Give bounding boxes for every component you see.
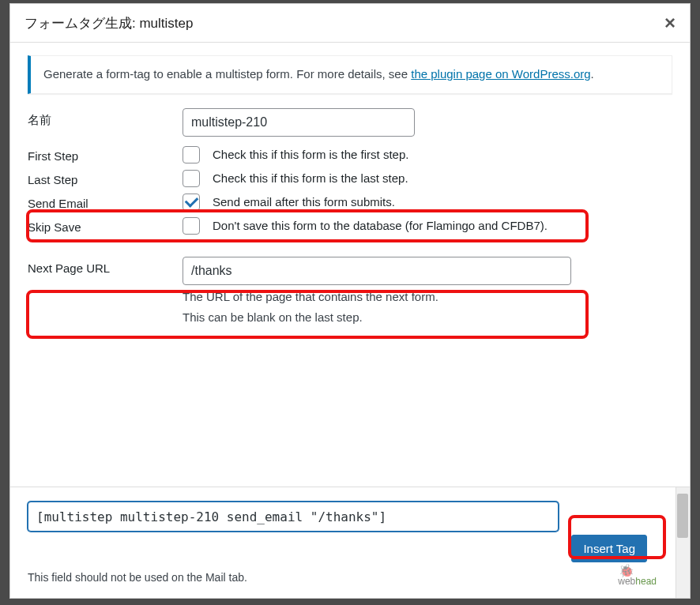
row-last-step: Last Step Check this if this form is the… (28, 168, 672, 187)
label-name: 名前 (28, 108, 183, 128)
label-skip-save: Skip Save (28, 216, 183, 234)
send-email-checkbox[interactable] (183, 194, 200, 211)
row-next-url: Next Page URL The URL of the page that c… (28, 257, 672, 327)
scrollbar-thumb[interactable] (677, 494, 688, 538)
logo-part2: head (635, 576, 657, 587)
skip-save-desc: Don't save this form to the database (fo… (213, 219, 548, 232)
generated-tag-input[interactable] (28, 502, 559, 532)
modal-footer: Insert Tag This field should not be used… (10, 487, 690, 598)
last-step-checkbox[interactable] (183, 170, 200, 187)
webhead-logo: webhead (618, 576, 657, 587)
row-skip-save: Skip Save Don't save this form to the da… (28, 216, 672, 235)
row-send-email: Send Email Send email after this form su… (28, 192, 672, 211)
logo-part1: web (618, 576, 635, 587)
label-send-email: Send Email (28, 192, 183, 210)
modal-body: Generate a form-tag to enable a multiste… (10, 43, 690, 343)
next-url-help2: This can be blank on the last step. (183, 309, 672, 327)
send-email-desc: Send email after this form submits. (213, 195, 395, 209)
info-prefix: Generate a form-tag to enable a multiste… (43, 67, 411, 81)
label-last-step: Last Step (28, 168, 183, 186)
insert-tag-button[interactable]: Insert Tag (571, 535, 647, 562)
skip-save-checkbox[interactable] (183, 217, 200, 235)
row-name: 名前 (28, 108, 672, 137)
footer-scrollbar[interactable] (676, 487, 690, 598)
next-url-input[interactable] (183, 257, 571, 285)
next-url-help1: The URL of the page that contains the ne… (183, 288, 672, 306)
first-step-desc: Check this if this form is the first ste… (213, 148, 408, 161)
name-input[interactable] (183, 108, 415, 137)
info-notice: Generate a form-tag to enable a multiste… (28, 55, 672, 94)
modal-header: フォームタグ生成: multistep × (10, 4, 690, 43)
info-suffix: . (591, 67, 594, 81)
form-tag-generator-modal: フォームタグ生成: multistep × Generate a form-ta… (9, 3, 691, 599)
label-next-url: Next Page URL (28, 257, 183, 275)
webhead-bug-icon (619, 563, 641, 574)
label-first-step: First Step (28, 145, 183, 163)
first-step-checkbox[interactable] (183, 146, 200, 163)
row-first-step: First Step Check this if this form is th… (28, 145, 672, 163)
close-icon[interactable]: × (664, 12, 676, 34)
footer-note: This field should not be used on the Mai… (28, 571, 672, 584)
info-text: Generate a form-tag to enable a multiste… (43, 67, 594, 81)
modal-title: フォームタグ生成: multistep (24, 14, 193, 32)
plugin-page-link[interactable]: the plugin page on WordPress.org (411, 67, 590, 81)
last-step-desc: Check this if this form is the last step… (213, 171, 408, 185)
